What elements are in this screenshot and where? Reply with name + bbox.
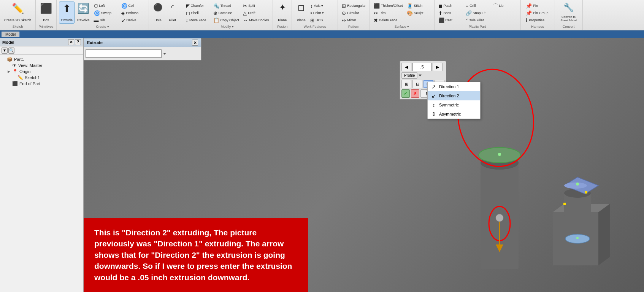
viewport[interactable]: ◀ ▶ Profile ⊞ ⊟ ⬡ ▼ ✓ ✗ ⊞ ▼ ↗: [84, 38, 644, 292]
search-button[interactable]: 🔍: [8, 48, 14, 54]
loft-button[interactable]: ⬡Loft: [92, 2, 119, 9]
create-group-label: Create ▾: [96, 25, 109, 29]
tree-item-sketch1[interactable]: ✏️ Sketch1: [13, 75, 81, 81]
trim-button[interactable]: ✂Trim: [372, 10, 404, 16]
float-value-input[interactable]: [412, 63, 431, 71]
float-option1-btn[interactable]: ⊞: [401, 80, 411, 88]
pin-button[interactable]: 📌Pin: [524, 2, 551, 9]
copy-object-button[interactable]: 📋Copy Object: [212, 17, 241, 24]
tree-item-origin[interactable]: ▶ 📍 Origin: [8, 68, 81, 75]
float-profile-label[interactable]: Profile: [401, 72, 417, 79]
grill-button[interactable]: ≡Grill: [464, 2, 491, 9]
point-button[interactable]: •Point ▾: [309, 10, 335, 16]
extrude-dropdown-arrow[interactable]: [163, 53, 166, 55]
shell-button[interactable]: ◻Shell: [184, 10, 211, 16]
derive-button[interactable]: ↙Derive: [120, 17, 146, 24]
extrude-dialog-title: Extrude ✕: [84, 38, 201, 47]
box-button[interactable]: ⬛ Box: [38, 2, 54, 24]
snap-fit-button[interactable]: 🔗Snap Fit: [464, 10, 491, 16]
draft-button[interactable]: △Draft: [241, 10, 270, 16]
float-option2-btn[interactable]: ⊟: [412, 80, 422, 88]
extrude-input[interactable]: [86, 49, 162, 58]
tree-item-view-master[interactable]: 👁 View: Master: [8, 62, 81, 68]
delete-face-button[interactable]: ✖Delete Face: [372, 17, 404, 24]
ribbon-group-harness: 📌Pin 📌Pin Group ℹProperties Harness: [521, 0, 555, 30]
tree-item-end-of-part[interactable]: ⬛ End of Part: [8, 81, 81, 87]
float-cancel-btn[interactable]: ✗: [411, 89, 419, 98]
shell-icon: ◻: [186, 11, 190, 16]
float-confirm-btn[interactable]: ✓: [401, 89, 410, 98]
asymmetric-label: Asymmetric: [439, 112, 461, 116]
main-area: Model ✕ ? ▼ 🔍 📦 Part1 👁 View: Master ▶: [0, 38, 644, 292]
filter-button[interactable]: ▼: [2, 48, 8, 54]
rib-button[interactable]: ▬Rib: [92, 17, 119, 24]
ucs-button[interactable]: ⊞UCS: [309, 17, 335, 24]
circular-button[interactable]: ⊙Circular: [340, 10, 367, 16]
pin-group-button[interactable]: 📌Pin Group: [524, 10, 551, 16]
symmetric-label: Symmetric: [439, 103, 459, 107]
thread-button[interactable]: 🔩Thread: [212, 2, 241, 9]
revolve-button[interactable]: 🔄 Revolve: [75, 2, 92, 24]
sculpt-button[interactable]: 🎨Sculpt: [405, 10, 432, 16]
derive-icon: ↙: [121, 18, 125, 23]
modify-col3: ✂Split △Draft ↔Move Bodies: [241, 2, 270, 24]
modify-col1: ◤Chamfer ◻Shell ↕Move Face: [184, 2, 211, 24]
sidebar-header: Model ✕ ?: [0, 38, 83, 46]
stitch-button[interactable]: 🧵Stitch: [405, 2, 432, 9]
sidebar-close-btn[interactable]: ✕: [68, 39, 74, 45]
svg-point-3: [498, 153, 501, 156]
move-bodies-button[interactable]: ↔Move Bodies: [241, 17, 270, 24]
ribbon-group-create: ⬆ Extrude 🔄 Revolve ⬡Loft 🌀Sweep ▬Rib 🌀C…: [57, 0, 149, 30]
tree-item-part1[interactable]: 📦 Part1: [2, 56, 81, 62]
create-2d-sketch-button[interactable]: ✏️ Create 2D Sketch: [2, 2, 33, 24]
direction-2-item[interactable]: ↙ Direction 2: [428, 91, 480, 100]
thread-icon: 🔩: [213, 3, 219, 8]
sidebar-help-btn[interactable]: ?: [75, 39, 81, 45]
split-button[interactable]: ✂Split: [241, 2, 270, 9]
direction-2-label: Direction 2: [439, 94, 459, 98]
extrude-close-btn[interactable]: ✕: [192, 40, 198, 46]
float-prev-btn[interactable]: ◀: [401, 63, 411, 71]
patch-button[interactable]: ◼Patch: [437, 2, 463, 9]
combine-button[interactable]: ⊕Combine: [212, 10, 241, 16]
view-label: View: Master: [18, 63, 42, 68]
plane-icon: ◻: [298, 3, 305, 12]
svg-rect-18: [563, 203, 566, 205]
lip-button[interactable]: ⌒Lip: [492, 2, 518, 9]
rectangular-button[interactable]: ⊞Rectangular: [340, 2, 367, 9]
rule-fillet-button[interactable]: ◜Rule Fillet: [464, 17, 491, 24]
sweep-button[interactable]: 🌀Sweep: [92, 10, 119, 16]
point-icon: •: [310, 11, 312, 16]
extrude-button[interactable]: ⬆ Extrude: [59, 2, 75, 24]
convert-sheet-metal-button[interactable]: 🔧 Convert to Sheet Metal: [557, 2, 580, 24]
combine-icon: ⊕: [213, 11, 217, 16]
annotation-text: This is "Direction 2" extruding, The pic…: [94, 228, 292, 282]
mirror-button[interactable]: ⇔Mirror: [340, 17, 367, 24]
extrude-label: Extrude: [61, 18, 73, 22]
rest-button[interactable]: ⬛Rest: [437, 17, 463, 24]
float-profile-arrow[interactable]: [419, 75, 422, 76]
revolve-icon: 🔄: [77, 3, 89, 13]
symmetric-item[interactable]: ↕ Symmetric: [428, 100, 480, 110]
properties-button[interactable]: ℹProperties: [524, 17, 551, 24]
move-face-button[interactable]: ↕Move Face: [184, 17, 211, 24]
hole-button[interactable]: ⚫ Hole: [151, 2, 165, 24]
chamfer-button[interactable]: ◤Chamfer: [184, 2, 211, 9]
direction-1-item[interactable]: ↗ Direction 1: [428, 82, 480, 91]
box-icon: ⬛: [40, 3, 52, 13]
fillet-button[interactable]: ◜ Fillet: [166, 2, 179, 24]
asymmetric-item[interactable]: ⇕ Asymmetric: [428, 110, 480, 119]
primitives-buttons: ⬛ Box: [37, 1, 55, 24]
axis-button[interactable]: ↕Axis ▾: [309, 2, 335, 9]
modify-col2: 🔩Thread ⊕Combine 📋Copy Object: [212, 2, 241, 24]
thicken-offset-button[interactable]: ⬛Thicken/Offset: [372, 2, 404, 9]
boss-button[interactable]: ⬆Boss: [437, 10, 463, 16]
coil-button[interactable]: 🌀Coil: [120, 2, 146, 9]
view-icon: 👁: [12, 63, 17, 68]
edit-form-icon: ✦: [279, 3, 286, 12]
edit-form-button[interactable]: ✦ Plane: [276, 2, 289, 24]
plane-button[interactable]: ◻ Plane: [294, 2, 308, 24]
float-next-btn[interactable]: ▶: [433, 63, 443, 71]
tab-model[interactable]: Model: [2, 32, 20, 37]
emboss-button[interactable]: ◈Emboss: [120, 10, 146, 16]
